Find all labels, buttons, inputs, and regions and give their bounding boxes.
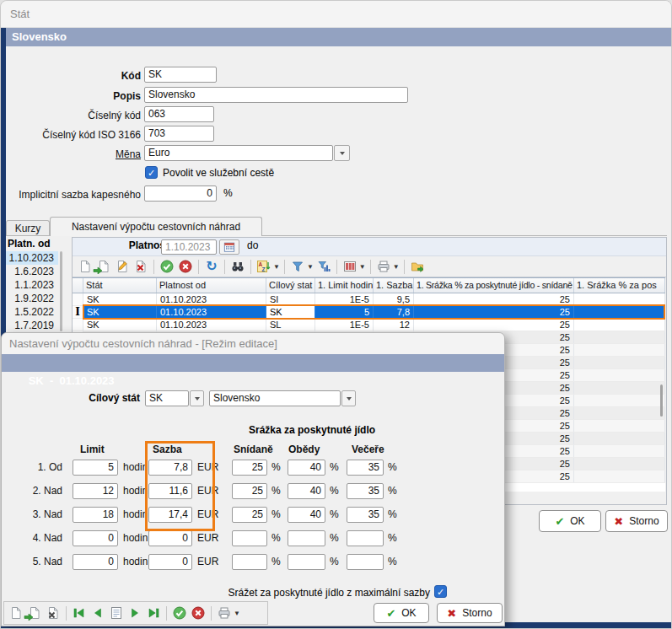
new-button[interactable] — [77, 258, 94, 275]
table-cell[interactable] — [574, 369, 665, 381]
rate-input[interactable]: 0 — [148, 530, 192, 546]
grid-column-header[interactable]: 1. Sazba — [374, 278, 414, 293]
grid-column-header[interactable]: 1. Limit hodin — [315, 278, 374, 293]
breakfast-input[interactable]: 25 — [232, 507, 267, 523]
refresh-button[interactable]: ↻ — [203, 258, 220, 275]
date-item[interactable]: 1.5.2022 — [6, 305, 58, 319]
dates-scrollbar[interactable] — [60, 251, 62, 331]
grid-column-header[interactable]: Platnost od — [157, 278, 266, 293]
grid-column-header[interactable]: Stát — [83, 278, 157, 293]
dialog-ok-button[interactable]: ✔ OK — [374, 603, 429, 623]
cilovy-stat-code-combobox[interactable]: SK — [145, 390, 189, 406]
table-cell[interactable] — [574, 407, 665, 419]
table-row[interactable]: ISK01.10.2023SK57,825 — [73, 306, 665, 319]
table-cell[interactable]: 9,5 — [374, 293, 414, 305]
storno-button[interactable]: ✖ Storno — [605, 510, 668, 532]
table-cell[interactable] — [574, 357, 665, 368]
tab-kurzy[interactable]: Kurzy — [6, 220, 50, 235]
print-dropdown-arrow[interactable]: ▼ — [393, 263, 400, 271]
new-record-button[interactable] — [8, 605, 24, 621]
ciselny-kod-field[interactable]: 063 — [144, 106, 214, 122]
date-item[interactable]: 1.10.2023 — [6, 251, 58, 265]
table-cell[interactable]: 25 — [414, 319, 574, 331]
mena-dropdown-button[interactable] — [334, 145, 350, 161]
edit-button[interactable] — [114, 258, 131, 275]
table-cell[interactable] — [574, 433, 665, 444]
tab-nastaveni-vypoctu[interactable]: Nastavení výpočtu cestovních náhrad — [50, 217, 262, 236]
window-titlebar[interactable]: Stát — [1, 1, 672, 28]
breakfast-input[interactable]: 25 — [232, 483, 267, 499]
table-cell[interactable] — [574, 458, 665, 470]
accept-button[interactable] — [159, 258, 175, 275]
table-cell[interactable]: 12 — [374, 319, 414, 331]
breakfast-input[interactable] — [232, 530, 267, 546]
dinner-input[interactable] — [347, 554, 384, 570]
table-cell[interactable] — [574, 395, 665, 406]
print-dropdown-arrow[interactable]: ▼ — [234, 610, 240, 617]
ok-button[interactable]: ✔ OK — [539, 510, 601, 532]
grid-column-header[interactable] — [73, 278, 83, 293]
srazet-checkbox[interactable]: ✓ — [434, 585, 447, 598]
table-cell[interactable]: SL — [266, 319, 315, 331]
lunch-input[interactable] — [288, 554, 325, 570]
mena-label[interactable]: Měna — [1, 147, 141, 162]
table-cell[interactable] — [574, 293, 665, 305]
rate-input[interactable]: 11,6 — [148, 483, 192, 499]
grid-column-header[interactable]: 1. Srážka % za poskytnuté jídlo - snídan… — [414, 278, 574, 293]
limit-input[interactable]: 0 — [73, 554, 118, 570]
iso-kod-field[interactable]: 703 — [144, 126, 214, 142]
table-cell[interactable] — [574, 445, 665, 457]
dinner-input[interactable]: 35 — [347, 483, 384, 499]
dialog-titlebar[interactable]: Nastavení výpočtu cestovních náhrad - [R… — [2, 333, 504, 354]
table-cell[interactable]: 01.10.2023 — [157, 306, 266, 318]
cancel-button[interactable] — [177, 258, 194, 275]
kapesne-field[interactable]: 0 — [144, 185, 217, 202]
popis-field[interactable]: Slovensko — [144, 87, 408, 103]
sort-az-button[interactable] — [255, 258, 272, 275]
grid-column-header[interactable]: Cílový stat — [266, 278, 315, 293]
rate-input[interactable]: 0 — [148, 554, 192, 570]
lunch-input[interactable]: 40 — [288, 460, 325, 476]
print-button[interactable] — [375, 258, 392, 275]
columns-dropdown-arrow[interactable]: ▼ — [359, 263, 366, 271]
last-record-button[interactable] — [145, 605, 162, 621]
first-record-button[interactable] — [71, 605, 88, 621]
platnost-od-input[interactable]: 1.10.2023 — [161, 239, 217, 255]
table-cell[interactable] — [574, 306, 665, 318]
lunch-input[interactable]: 40 — [288, 483, 325, 499]
date-item[interactable]: 1.1.2023 — [6, 278, 58, 292]
search-button[interactable] — [229, 258, 246, 275]
dialog-storno-button[interactable]: ✖ Storno — [437, 603, 503, 623]
filter-values-button[interactable] — [315, 258, 332, 275]
table-cell[interactable]: 25 — [414, 293, 574, 305]
limit-input[interactable]: 5 — [73, 460, 118, 476]
cilovy-stat-name-dropdown-button[interactable] — [341, 390, 356, 406]
table-cell[interactable]: SI — [266, 293, 315, 305]
breakfast-input[interactable]: 25 — [232, 460, 267, 476]
copy-record-button[interactable] — [26, 605, 43, 621]
limit-input[interactable]: 18 — [73, 507, 118, 523]
table-cell[interactable]: SK — [83, 306, 157, 318]
grid-scrollbar[interactable] — [660, 384, 663, 417]
table-cell[interactable] — [574, 420, 665, 432]
copy-button[interactable] — [95, 258, 112, 275]
table-cell[interactable]: 01.10.2023 — [157, 319, 266, 331]
filter-button[interactable] — [289, 258, 306, 275]
delete-record-button[interactable] — [45, 605, 62, 621]
calendar-button[interactable] — [219, 239, 239, 255]
breakfast-input[interactable] — [232, 554, 267, 570]
cancel-record-button[interactable] — [190, 605, 207, 621]
table-cell[interactable]: 1E-5 — [315, 319, 374, 331]
rate-input[interactable]: 7,8 — [148, 460, 192, 476]
dinner-input[interactable]: 35 — [347, 460, 384, 476]
table-cell[interactable]: SK — [83, 293, 157, 305]
dialog-print-button[interactable] — [216, 605, 233, 621]
table-cell[interactable] — [574, 331, 665, 343]
table-cell[interactable]: 5 — [315, 306, 374, 318]
table-cell[interactable] — [574, 344, 665, 356]
date-item[interactable]: 1.7.2019 — [6, 319, 58, 332]
povolit-checkbox[interactable]: ✓ — [145, 166, 158, 179]
table-cell[interactable] — [574, 382, 665, 394]
table-cell[interactable]: 7,8 — [374, 306, 414, 318]
table-cell[interactable]: 1E-5 — [315, 293, 374, 305]
